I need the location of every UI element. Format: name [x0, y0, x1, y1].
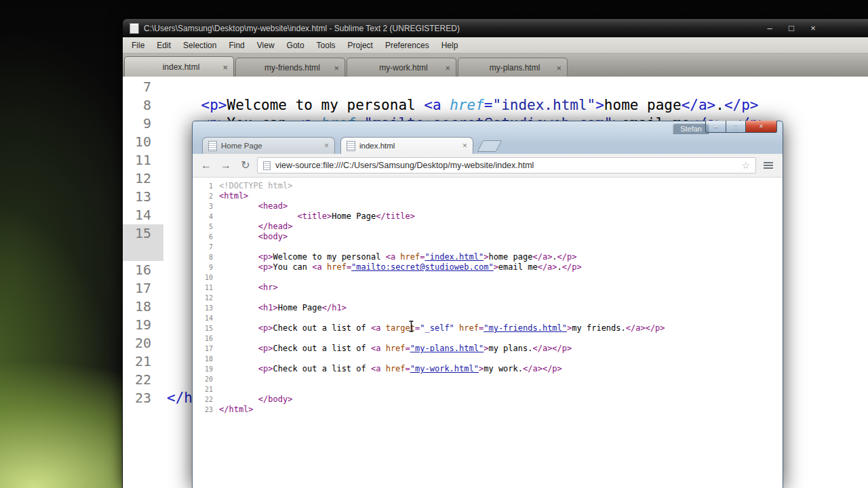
menu-tools[interactable]: Tools	[311, 41, 342, 50]
minimize-icon[interactable]: –	[764, 24, 775, 33]
tab-close-icon[interactable]: ×	[324, 142, 329, 150]
source-line-code: <p>Welcome to my personal <a href="index…	[219, 252, 577, 262]
close-icon[interactable]: ×	[746, 121, 777, 133]
code-token: <title>	[298, 211, 332, 221]
menu-project[interactable]: Project	[342, 41, 379, 50]
tab-close-icon[interactable]: ×	[445, 63, 450, 72]
maximize-icon[interactable]: □	[726, 121, 746, 133]
minimize-icon[interactable]: –	[705, 121, 726, 133]
chrome-tab-index.html[interactable]: index.html×	[340, 137, 473, 154]
line-number: 18	[123, 298, 163, 316]
code-token: </a>	[532, 344, 552, 353]
sublime-menubar: FileEditSelectionFindViewGotoToolsProjec…	[123, 37, 868, 54]
tab-label: my-work.html	[347, 63, 456, 73]
source-line-number: 5	[193, 222, 219, 232]
reload-icon[interactable]: ↻	[237, 157, 254, 174]
source-line-code: <html>	[219, 191, 248, 201]
code-token: You can	[273, 262, 312, 272]
menu-goto[interactable]: Goto	[281, 41, 311, 50]
close-icon[interactable]: ×	[808, 24, 818, 33]
page-icon	[263, 161, 271, 170]
menu-hamburger-icon[interactable]	[760, 158, 777, 173]
sublime-tab-my-work.html[interactable]: my-work.html×	[347, 58, 456, 77]
source-line: 21	[193, 384, 783, 394]
sublime-titlebar[interactable]: C:\Users\Samsung\Desktop\my-website\inde…	[123, 19, 868, 37]
tab-close-icon[interactable]: ×	[334, 63, 339, 72]
code-token: </a>	[626, 323, 646, 333]
code-token	[219, 222, 258, 231]
menu-file[interactable]: File	[125, 41, 151, 50]
new-tab-button[interactable]	[477, 140, 502, 152]
sublime-tab-my-friends.html[interactable]: my-friends.html×	[235, 58, 345, 77]
code-token: Check out a list of	[273, 323, 371, 333]
source-line-number: 10	[193, 272, 219, 283]
source-line: 23</html>	[193, 405, 783, 415]
tab-label: my-plans.html	[458, 63, 567, 73]
sublime-tab-my-plans.html[interactable]: my-plans.html×	[458, 58, 568, 77]
source-line-number: 1	[193, 181, 219, 191]
sublime-tab-index.html[interactable]: index.html×	[124, 56, 234, 77]
code-token: <p>	[258, 323, 273, 333]
code-token: Home Page	[278, 303, 322, 312]
source-line: 22 </body>	[193, 394, 783, 405]
source-line: 7	[193, 242, 783, 252]
code-token: Welcome to my personal	[227, 97, 425, 113]
code-token: href	[386, 344, 406, 353]
tab-close-icon[interactable]: ×	[556, 63, 561, 72]
code-token: </p>	[552, 344, 572, 353]
view-source-content[interactable]: 1<!DOCTYPE html>2<html>3 <head>4 <title>…	[193, 178, 783, 488]
code-token: </p>	[557, 252, 577, 262]
line-number: 14	[123, 206, 163, 224]
chrome-titlebar[interactable]: Stefan – □ ×	[193, 121, 783, 136]
maximize-icon[interactable]: □	[786, 24, 797, 33]
page-favicon	[208, 141, 217, 151]
source-line: 9 <p>You can <a href="mailto:secret@stud…	[193, 262, 783, 272]
code-token: <p>	[258, 364, 273, 373]
code-token: "my-plans.html"	[410, 344, 484, 353]
source-line: 2<html>	[193, 191, 783, 201]
code-token: "index.html"	[425, 252, 484, 262]
code-token: =	[406, 344, 410, 353]
source-line: 8 <p>Welcome to my personal <a href="ind…	[193, 252, 783, 262]
sublime-window-controls: – □ ×	[764, 24, 818, 33]
code-token: href	[450, 97, 484, 113]
menu-help[interactable]: Help	[435, 41, 465, 50]
forward-icon[interactable]: →	[218, 157, 234, 174]
address-bar[interactable]: view-source:file:///C:/Users/Samsung/Des…	[257, 157, 756, 174]
menu-edit[interactable]: Edit	[151, 41, 177, 50]
source-line-code: </html>	[219, 405, 254, 415]
menu-find[interactable]: Find	[222, 41, 250, 50]
menu-view[interactable]: View	[251, 41, 281, 50]
source-line: 13 <h1>Home Page</h1>	[193, 303, 783, 313]
source-line-number: 15	[193, 323, 219, 333]
source-line-number: 13	[193, 303, 219, 313]
source-line-code: <p>You can <a href="mailto:secret@studio…	[219, 262, 582, 272]
tab-label: index.html	[125, 62, 233, 72]
menu-preferences[interactable]: Preferences	[379, 41, 435, 50]
code-token: <html>	[219, 191, 248, 201]
chrome-window: Stefan – □ × Home Page×index.html× ← → ↻…	[192, 121, 783, 488]
source-line-code: <head>	[219, 201, 288, 211]
sublime-window-title: C:\Users\Samsung\Desktop\my-website\inde…	[144, 24, 760, 33]
code-token: </p>	[646, 323, 665, 333]
address-url[interactable]: view-source:file:///C:/Users/Samsung/Des…	[275, 161, 736, 170]
code-token: email me	[498, 262, 538, 272]
profile-badge[interactable]: Stefan	[673, 123, 709, 134]
line-number: 22	[123, 371, 163, 389]
source-line: 3 <head>	[193, 201, 783, 211]
bookmark-star-icon[interactable]: ☆	[741, 160, 750, 171]
page-favicon	[347, 141, 355, 151]
menu-selection[interactable]: Selection	[177, 41, 222, 50]
back-icon[interactable]: ←	[198, 157, 214, 174]
source-line-code: <p>Check out a list of <a href="my-work.…	[219, 364, 562, 374]
code-token: <a	[371, 364, 386, 373]
source-line: 12	[193, 293, 783, 303]
code-token: home page	[604, 97, 682, 113]
tab-close-icon[interactable]: ×	[462, 142, 467, 150]
chrome-tab-Home Page[interactable]: Home Page×	[202, 137, 335, 154]
line-number: 16	[123, 261, 163, 279]
tab-close-icon[interactable]: ×	[222, 62, 228, 71]
code-token: "index.html"	[492, 97, 595, 113]
code-token: </title>	[376, 211, 415, 221]
code-token: </a>	[538, 262, 557, 272]
